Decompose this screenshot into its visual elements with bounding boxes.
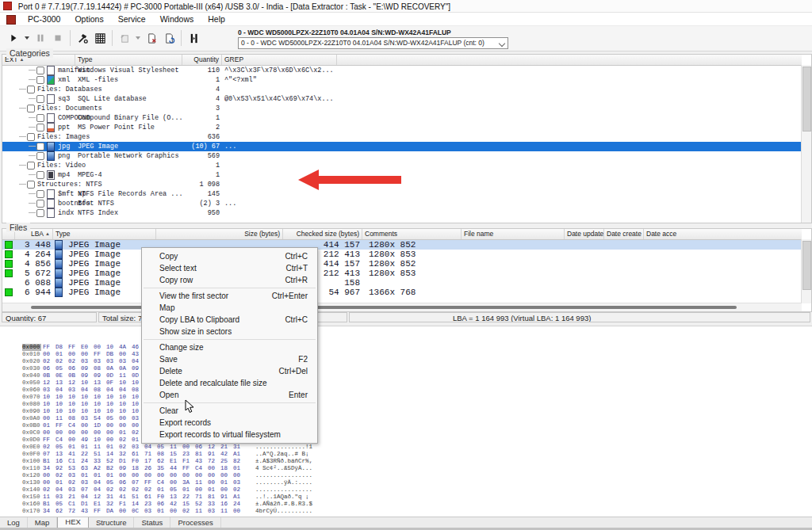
hex-row[interactable]: 0x13000 01 02 03 04 05 06 07 FF C4 00 3A… <box>0 479 812 486</box>
categories-column-header-type[interactable]: Type <box>75 55 182 65</box>
category-checkbox[interactable] <box>27 181 35 189</box>
context-menu-item-delete-and-recalculate-file-size[interactable]: Delete and recalculate file size <box>142 377 317 389</box>
context-menu-item-open[interactable]: OpenEnter <box>142 389 317 401</box>
files-horizontal-scrollbar[interactable] <box>2 303 802 311</box>
menu-item-pc-3000[interactable]: PC-3000 <box>21 13 67 25</box>
files-column-header-comments[interactable]: Comments <box>362 229 462 239</box>
category-row-manifest[interactable]: manifestWindows Visual Stylesheet110^\x3… <box>2 66 811 75</box>
file-row[interactable]: 5 672JPEG Image212 4131280x 853 <box>2 269 811 278</box>
hex-row[interactable]: 0x11034 92 53 63 A2 B2 09 18 26 35 44 FF… <box>0 465 812 472</box>
category-checkbox[interactable] <box>36 67 44 74</box>
menu-item-service[interactable]: Service <box>111 13 153 25</box>
files-column-header-date-acce[interactable]: Date acce <box>644 229 802 239</box>
category-row-sq3[interactable]: sq3SQL Lite database4@0\x53\x51\x4C\x69\… <box>2 94 811 104</box>
category-checkbox[interactable] <box>36 124 44 132</box>
close-task-button[interactable] <box>143 29 160 47</box>
files-column-header-size-bytes[interactable]: Size (bytes) <box>156 229 283 239</box>
category-row-jpg[interactable]: jpgJPEG Image(10) 67... <box>2 142 811 151</box>
files-column-header-date-create[interactable]: Date create <box>604 229 644 239</box>
hex-row[interactable]: 0x0B001 FF C4 00 1D 00 00 00 <box>0 422 812 429</box>
category-row-files-documents[interactable]: Files: Documents3 <box>2 104 811 113</box>
context-menu-item-export-records-to-virtual-filesystem[interactable]: Export records to virtual filesystem <box>142 429 317 440</box>
hex-row[interactable]: 0x06003 04 03 04 08 04 04 08 <box>0 387 812 394</box>
category-row-ppt[interactable]: pptMS Power Point File2 <box>2 123 811 132</box>
files-column-header-checked-size-bytes[interactable]: Checked size (bytes) <box>283 229 362 239</box>
context-menu-item-copy-row[interactable]: Copy rowCtrl+R <box>142 274 317 286</box>
categories-vertical-scrollbar[interactable] <box>801 65 811 223</box>
hex-row[interactable]: 0x07010 10 10 10 10 10 10 10 <box>0 394 812 401</box>
paste-options-button[interactable] <box>133 29 143 47</box>
category-checkbox[interactable] <box>36 171 44 179</box>
hex-row[interactable]: 0x08010 10 10 10 10 10 10 10 <box>0 401 812 408</box>
tab-processes[interactable]: Processes <box>170 517 220 528</box>
tab-log[interactable]: Log <box>0 517 28 528</box>
tab-map[interactable]: Map <box>28 517 57 528</box>
files-column-header-file-name[interactable]: File name <box>462 229 565 239</box>
category-row-bootntfs[interactable]: bootntfsBoot NTFS(2) 3... <box>2 199 811 208</box>
hex-row[interactable]: 0x12000 02 03 01 01 01 00 00 00 00 00 00… <box>0 472 812 479</box>
context-menu-item-copy-lba-to-clipboard[interactable]: Copy LBA to ClipboardCtrl+C <box>142 314 317 326</box>
context-menu-item-delete[interactable]: DeleteCtrl+Del <box>142 365 317 377</box>
scrollbar-thumb[interactable] <box>802 67 811 132</box>
hex-row[interactable]: 0x02002 02 02 03 03 03 03 04 <box>0 358 812 365</box>
category-checkbox[interactable] <box>36 143 44 151</box>
category-checkbox[interactable] <box>36 95 44 103</box>
context-menu-item-view-the-first-sector[interactable]: View the first sectorCtrl+Enter <box>142 290 317 302</box>
hex-row[interactable]: 0x0400B 0E 0B 09 09 0D 11 0D <box>0 372 812 379</box>
category-row-png[interactable]: pngPortable Network Graphics569 <box>2 151 811 161</box>
hex-row[interactable]: 0x000FF D8 FF E0 00 10 4A 46 <box>0 344 812 351</box>
tab-structure[interactable]: Structure <box>89 517 135 528</box>
categories-column-header-grep[interactable]: GREP <box>222 55 337 65</box>
hex-row[interactable]: 0x17034 62 72 43 FF DA 00 0C 03 01 00 02… <box>0 508 812 515</box>
context-menu-item-show-size-in-sectors[interactable]: Show size in sectors <box>142 326 317 337</box>
category-row-mft-xp[interactable]: $mft xpNTFS File Records Area ...145 <box>2 189 811 199</box>
files-vertical-scrollbar[interactable] <box>801 239 811 303</box>
category-row-files-images[interactable]: Files: Images636 <box>2 132 811 142</box>
hex-row[interactable]: 0x15011 03 21 04 12 31 41 51 61 F0 13 22… <box>0 494 812 501</box>
category-row-compound[interactable]: COMPOUNDCompound Binary File (O...1 <box>2 113 811 123</box>
context-menu-item-clear[interactable]: Clear <box>142 405 317 417</box>
category-checkbox[interactable] <box>27 162 35 170</box>
category-row-mp4[interactable]: mp4MPEG-41 <box>2 170 811 180</box>
file-row[interactable]: 4 856JPEG Image414 1571280x 852 <box>2 259 811 269</box>
files-column-header-date-update[interactable]: Date update <box>565 229 604 239</box>
category-checkbox[interactable] <box>36 190 44 198</box>
file-row[interactable]: 3 448JPEG Image414 1571280x 852 <box>2 240 811 250</box>
menu-item-windows[interactable]: Windows <box>153 13 201 25</box>
hex-row[interactable]: 0x0E002 05 01 01 11 01 02 03 04 05 11 00… <box>0 444 812 451</box>
category-row-indx[interactable]: indxNTFS Index950 <box>2 208 811 218</box>
menu-item-options[interactable]: Options <box>67 13 110 25</box>
hex-row[interactable]: 0x0A000 11 08 03 54 05 00 03 <box>0 415 812 422</box>
category-row-files-video[interactable]: Files: Video1 <box>2 161 811 170</box>
category-checkbox[interactable] <box>27 105 35 112</box>
context-menu-item-select-text[interactable]: Select textCtrl+T <box>142 262 317 274</box>
device-combobox[interactable]: 0 - 0 - WDC WD5000LPZX-22Z10T0 04.01A04 … <box>238 37 508 49</box>
context-menu-item-save[interactable]: SaveF2 <box>142 353 317 365</box>
paste-button[interactable] <box>116 29 133 47</box>
category-checkbox[interactable] <box>36 200 44 208</box>
category-row-structures-ntfs[interactable]: Structures: NTFS1 098 <box>2 180 811 189</box>
context-menu-item-map[interactable]: Map <box>142 302 317 314</box>
category-checkbox[interactable] <box>36 114 44 122</box>
hex-row[interactable]: 0x05012 13 12 10 13 0F 10 10 <box>0 379 812 387</box>
stop-button[interactable] <box>49 29 67 47</box>
hex-row[interactable]: 0x01000 01 00 00 FF DB 00 43 <box>0 351 812 358</box>
play-button[interactable] <box>5 29 22 47</box>
hex-row[interactable]: 0x09010 10 10 10 10 10 10 10 <box>0 408 812 415</box>
category-row-files-databases[interactable]: Files: Databases4 <box>2 85 811 94</box>
pause-button[interactable] <box>32 29 49 47</box>
hex-row[interactable]: 0x14002 04 03 07 04 02 02 02 02 01 05 01… <box>0 486 812 494</box>
file-row[interactable]: 6 088JPEG Image158 <box>2 278 811 288</box>
category-checkbox[interactable] <box>27 133 35 141</box>
category-checkbox[interactable] <box>36 152 44 160</box>
hex-row[interactable]: 0x03006 05 06 09 08 0A 0A 09 <box>0 365 812 372</box>
hex-row[interactable]: 0x0F007 13 41 22 51 14 32 61 71 08 15 23… <box>0 451 812 458</box>
tab-status[interactable]: Status <box>134 517 170 528</box>
category-row-xml[interactable]: xmlXML -files1^"<?xml" <box>2 75 811 85</box>
menu-item-help[interactable]: Help <box>201 13 232 25</box>
categories-column-header-quantity[interactable]: Quantity <box>182 55 222 65</box>
file-row[interactable]: 4 264JPEG Image212 4131280x 853 <box>2 250 811 259</box>
play-options-button[interactable] <box>22 29 32 47</box>
files-column-header-type[interactable]: Type <box>53 229 156 239</box>
scrollbar-thumb[interactable] <box>31 306 737 309</box>
